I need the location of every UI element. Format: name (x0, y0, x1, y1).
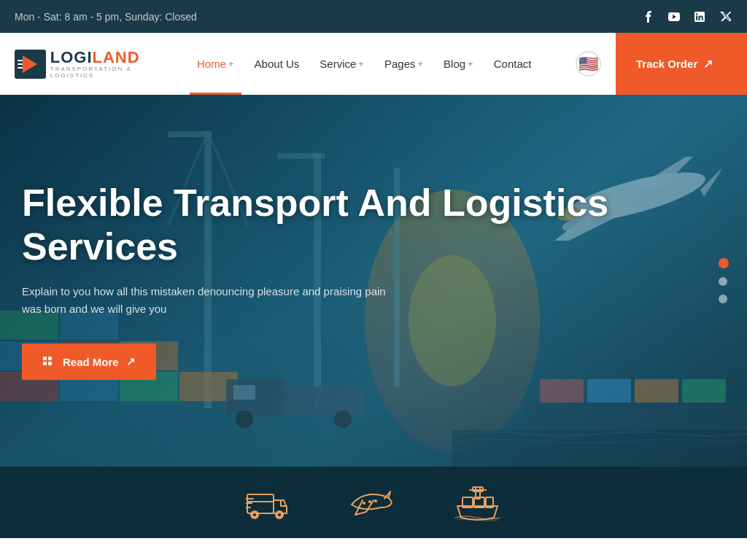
language-flag[interactable]: 🇺🇸 (576, 51, 601, 77)
social-links (641, 9, 732, 24)
read-more-button[interactable]: Read More ↗ (22, 343, 156, 380)
logo-area[interactable]: LOGILAND TRANSPORTATION & LOGISTICS (0, 50, 175, 79)
sea-freight-icon-item[interactable] (454, 483, 501, 523)
nav-label-about: About Us (255, 58, 300, 70)
svg-point-51 (374, 499, 377, 502)
hero-content: Flexible Transport And Logistics Service… (0, 95, 747, 467)
twitter-icon[interactable] (718, 9, 732, 24)
svg-point-45 (278, 513, 281, 516)
linkedin-icon[interactable] (692, 9, 707, 24)
hero-section: Flexible Transport And Logistics Service… (0, 95, 747, 467)
logo-name: LOGILAND (50, 50, 160, 66)
nav-plus-blog: + (468, 58, 473, 69)
track-order-button[interactable]: Track Order ↗ (616, 33, 747, 95)
nav-label-pages: Pages (384, 58, 416, 70)
hero-title: Flexible Transport And Logistics Service… (22, 182, 620, 269)
logo-part2: LAND (93, 48, 140, 66)
delivery-truck-icon (246, 484, 290, 521)
nav-label-home: Home (197, 58, 226, 70)
read-more-box-icon (42, 356, 55, 368)
nav-label-blog: Blog (444, 58, 465, 70)
nav-item-home[interactable]: Home + (190, 33, 241, 95)
nav-label-service: Service (320, 58, 356, 70)
main-nav: Home + About Us Service + Pages + Blog +… (175, 33, 616, 95)
nav-plus-pages: + (417, 58, 423, 69)
nav-item-service[interactable]: Service + (312, 33, 371, 95)
svg-point-44 (253, 513, 256, 516)
logo-part1: LOGI (50, 48, 93, 66)
nav-plus-home: + (228, 58, 234, 69)
read-more-label: Read More (63, 356, 119, 368)
air-freight-icon-item[interactable] (348, 484, 395, 521)
track-order-arrow-icon: ↗ (703, 57, 713, 71)
svg-point-50 (368, 500, 371, 503)
logo-text: LOGILAND TRANSPORTATION & LOGISTICS (50, 50, 160, 79)
logo-arrow (23, 55, 37, 73)
svg-rect-38 (48, 357, 52, 360)
youtube-icon[interactable] (667, 9, 681, 24)
nav-menu: Home + About Us Service + Pages + Blog +… (190, 33, 568, 95)
nav-label-contact: Contact (494, 58, 532, 70)
nav-item-pages[interactable]: Pages + (377, 33, 430, 95)
svg-point-52 (363, 502, 365, 505)
logo[interactable]: LOGILAND TRANSPORTATION & LOGISTICS (15, 50, 160, 79)
svg-rect-37 (43, 357, 47, 360)
nav-item-contact[interactable]: Contact (487, 33, 539, 95)
track-order-label: Track Order (636, 58, 697, 70)
svg-rect-40 (48, 362, 52, 365)
facebook-icon[interactable] (641, 9, 656, 24)
logo-tagline: TRANSPORTATION & LOGISTICS (50, 66, 160, 79)
header: LOGILAND TRANSPORTATION & LOGISTICS Home… (0, 33, 747, 95)
logo-icon (15, 50, 46, 79)
read-more-arrow-icon: ↗ (126, 355, 136, 368)
top-bar: Mon - Sat: 8 am - 5 pm, Sunday: Closed (0, 0, 747, 33)
business-hours: Mon - Sat: 8 am - 5 pm, Sunday: Closed (15, 11, 197, 23)
bottom-icons-section (0, 467, 747, 538)
nav-plus-service: + (358, 58, 364, 69)
ship-service-icon (454, 483, 501, 523)
airplane-service-icon (348, 484, 395, 521)
nav-item-about[interactable]: About Us (247, 33, 307, 95)
delivery-service-icon-item[interactable] (246, 484, 290, 521)
svg-rect-39 (43, 362, 47, 365)
nav-item-blog[interactable]: Blog + (436, 33, 481, 95)
hero-subtitle: Explain to you how all this mistaken den… (22, 283, 401, 318)
